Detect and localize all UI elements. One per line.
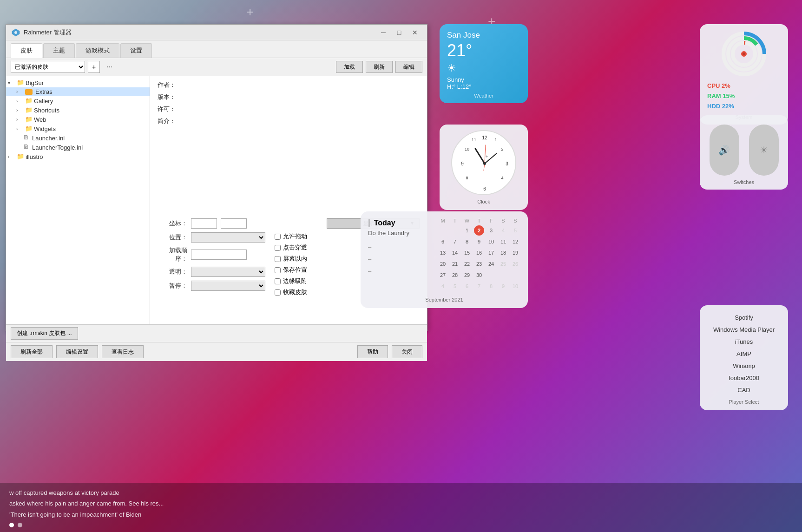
checkbox-save-pos[interactable]: 保存位置 (275, 266, 307, 274)
cal-day-8[interactable]: 8 (462, 236, 472, 247)
cal-day-4-om: 4 (498, 225, 508, 236)
prop-desc-label: 简介： (158, 117, 181, 125)
in-screen-checkbox[interactable] (275, 256, 281, 262)
cal-day-12[interactable]: 12 (510, 236, 520, 247)
coord-y-input[interactable] (221, 218, 247, 229)
svg-point-9 (743, 53, 745, 55)
cal-week-2: 6 7 8 9 10 11 12 (438, 236, 520, 247)
bottom-bar: 刷新全部 编辑设置 查看日志 帮助 关闭 (6, 342, 427, 361)
brightness-switch[interactable]: ☀ (749, 125, 779, 176)
click-through-checkbox[interactable] (275, 245, 281, 251)
tree-item-extras[interactable]: › Extras (6, 87, 150, 96)
maximize-button[interactable]: □ (393, 27, 406, 38)
checkbox-allow-drag[interactable]: 允许拖动 (275, 232, 307, 241)
cal-day-15[interactable]: 15 (462, 248, 472, 258)
player-spotify[interactable]: Spotify (707, 312, 781, 324)
player-itunes[interactable]: iTunes (707, 336, 781, 348)
cal-day-14[interactable]: 14 (450, 248, 460, 258)
minimize-button[interactable]: ─ (377, 27, 390, 38)
volume-icon: 🔊 (718, 144, 730, 156)
cal-day-29[interactable]: 29 (462, 270, 472, 280)
svg-text:+: + (486, 154, 488, 159)
cal-day-21[interactable]: 21 (450, 259, 460, 269)
cal-day-20[interactable]: 20 (438, 259, 448, 269)
cal-day-11[interactable]: 11 (498, 236, 508, 247)
save-pos-checkbox[interactable] (275, 267, 281, 273)
prop-desc-row: 简介： (158, 117, 420, 125)
refresh-all-button[interactable]: 刷新全部 (11, 345, 53, 358)
cal-day-30[interactable]: 30 (474, 270, 484, 280)
view-log-button[interactable]: 查看日志 (102, 345, 144, 358)
player-winamp[interactable]: Winamp (707, 360, 781, 372)
tree-arrow-extras: › (16, 89, 22, 94)
cal-day-9[interactable]: 9 (474, 236, 484, 247)
player-cad[interactable]: CAD (707, 384, 781, 396)
load-order-input[interactable] (191, 250, 247, 260)
cal-week-1: 1 2 3 4 5 (438, 225, 520, 236)
add-skin-button[interactable]: + (88, 61, 100, 73)
cal-pipe: | (368, 218, 370, 228)
cal-day-7[interactable]: 7 (450, 236, 460, 247)
cal-day-1[interactable]: 1 (462, 225, 472, 236)
checkbox-click-through[interactable]: 点击穿透 (275, 243, 307, 252)
cal-day-16[interactable]: 16 (474, 248, 484, 258)
cal-day-27[interactable]: 27 (438, 270, 448, 280)
tab-skin[interactable]: 皮肤 (11, 43, 42, 58)
checkbox-favorite[interactable]: 收藏皮肤 (275, 288, 307, 296)
refresh-button[interactable]: 刷新 (366, 61, 393, 73)
checkbox-snap-edge[interactable]: 边缘吸附 (275, 277, 307, 285)
load-button[interactable]: 加载 (336, 61, 363, 73)
news-dot-2[interactable] (18, 523, 22, 527)
suspend-select[interactable] (191, 281, 265, 291)
cal-day-23[interactable]: 23 (474, 259, 484, 269)
position-select[interactable] (191, 232, 265, 243)
create-rmskin-button[interactable]: 创建 .rmskin 皮肤包 ... (11, 327, 78, 340)
cal-day-19[interactable]: 19 (510, 248, 520, 258)
volume-switch[interactable]: 🔊 (710, 125, 739, 176)
favorite-checkbox[interactable] (275, 289, 281, 296)
edit-settings-button[interactable]: 编辑设置 (56, 345, 98, 358)
cal-day-next-7: 7 (474, 281, 484, 291)
cal-day-6[interactable]: 6 (438, 236, 448, 247)
window-close-button[interactable]: 关闭 (392, 345, 422, 358)
clock-face: 12 3 6 9 2 4 8 10 11 1 + (451, 130, 516, 195)
tree-item-web[interactable]: › 📁 Web (6, 115, 150, 124)
tree-panel: ▾ 📁 BigSur › Extras › 📁 Gallery › (6, 76, 150, 324)
cal-day-2-today[interactable]: 2 (474, 225, 484, 236)
tree-arrow-widgets: › (16, 126, 22, 131)
tree-item-widgets[interactable]: › 📁 Widgets (6, 124, 150, 133)
cal-day-13[interactable]: 13 (438, 248, 448, 258)
transparency-select[interactable] (191, 267, 265, 277)
cal-day-24[interactable]: 24 (486, 259, 496, 269)
favorite-label: 收藏皮肤 (283, 288, 307, 296)
tab-theme[interactable]: 主题 (43, 43, 75, 58)
edit-button[interactable]: 编辑 (395, 61, 422, 73)
tree-item-launcher-toggle[interactable]: 🖹 LauncherToggle.ini (6, 143, 150, 152)
news-dot-1[interactable] (9, 523, 14, 527)
coord-x-input[interactable] (191, 218, 217, 229)
tab-game-mode[interactable]: 游戏模式 (76, 43, 119, 58)
player-wmp[interactable]: Windows Media Player (707, 324, 781, 336)
checkbox-in-screen[interactable]: 屏幕以内 (275, 255, 307, 263)
tree-arrow-illustro: › (8, 154, 13, 159)
close-button[interactable]: ✕ (408, 27, 421, 38)
skin-dropdown[interactable]: 已激活的皮肤 (11, 61, 85, 73)
cal-day-10[interactable]: 10 (486, 236, 496, 247)
cal-day-28[interactable]: 28 (450, 270, 460, 280)
snap-edge-checkbox[interactable] (275, 278, 281, 284)
cal-hdr-t2: T (474, 218, 484, 223)
tree-item-launcher[interactable]: 🖹 Launcher.ini (6, 133, 150, 143)
help-button[interactable]: 帮助 (357, 345, 388, 358)
cal-day-18[interactable]: 18 (498, 248, 508, 258)
tab-settings[interactable]: 设置 (120, 43, 152, 58)
cal-day-17[interactable]: 17 (486, 248, 496, 258)
tree-item-gallery[interactable]: › 📁 Gallery (6, 96, 150, 105)
allow-drag-checkbox[interactable] (275, 234, 281, 240)
tree-item-shortcuts[interactable]: › 📁 Shortcuts (6, 105, 150, 115)
cal-day-22[interactable]: 22 (462, 259, 472, 269)
cal-day-3[interactable]: 3 (486, 225, 496, 236)
player-aimp[interactable]: AIMP (707, 348, 781, 360)
tree-item-illustro[interactable]: › 📁 illustro (6, 152, 150, 161)
player-foobar[interactable]: foobar2000 (707, 372, 781, 384)
tree-item-bigsur[interactable]: ▾ 📁 BigSur (6, 78, 150, 87)
